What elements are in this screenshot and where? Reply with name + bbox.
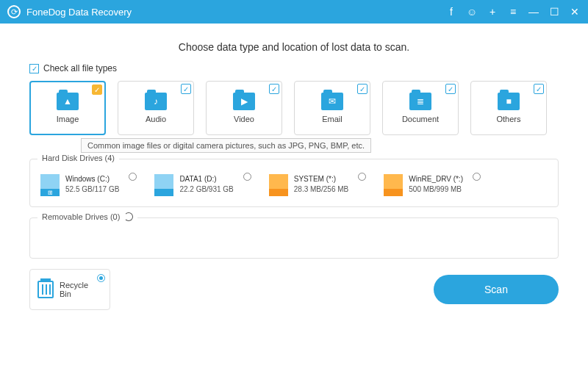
- type-label: Image: [57, 115, 79, 123]
- close-icon[interactable]: ✕: [569, 6, 581, 18]
- folder-icon: ■: [498, 93, 520, 110]
- drive-name: Windows (C:): [65, 174, 119, 184]
- drive-radio[interactable]: [473, 173, 481, 181]
- menu-icon[interactable]: ≡: [507, 6, 519, 18]
- drive-size: 52.5 GB/117 GB: [65, 184, 119, 195]
- removable-section: Removable Drives (0): [29, 217, 559, 259]
- hdd-drives: ⊞Windows (C:)52.5 GB/117 GBDATA1 (D:)22.…: [40, 168, 548, 196]
- type-checkbox[interactable]: ✓: [92, 84, 102, 95]
- type-card-audio[interactable]: ✓♪Audio: [118, 81, 194, 135]
- file-type-row: ✓▲Image✓♪Audio✓▶Video✓✉Email✓≣Document✓■…: [29, 81, 559, 135]
- refresh-icon[interactable]: [124, 212, 133, 221]
- drive-item[interactable]: DATA1 (D:)22.2 GB/931 GB: [154, 174, 233, 196]
- drive-item[interactable]: SYSTEM (*:)28.3 MB/256 MB: [269, 174, 348, 196]
- titlebar-controls: f ☺ + ≡ ― ☐ ✕: [445, 6, 581, 18]
- app-logo-icon: ⟳: [7, 5, 21, 18]
- type-checkbox[interactable]: ✓: [181, 84, 191, 94]
- folder-icon: ▲: [57, 93, 79, 110]
- type-checkbox[interactable]: ✓: [534, 84, 544, 94]
- hdd-section: Hard Disk Drives (4) ⊞Windows (C:)52.5 G…: [29, 159, 559, 207]
- page-heading: Choose data type and location of lost da…: [29, 41, 559, 53]
- type-checkbox[interactable]: ✓: [357, 84, 368, 94]
- removable-title: Removable Drives (0): [37, 212, 137, 221]
- type-card-document[interactable]: ✓≣Document: [382, 81, 459, 135]
- type-checkbox[interactable]: ✓: [269, 84, 279, 94]
- drive-size: 28.3 MB/256 MB: [294, 184, 348, 195]
- app-title: FoneDog Data Recovery: [26, 7, 445, 18]
- minimize-icon[interactable]: ―: [528, 6, 539, 18]
- add-icon[interactable]: +: [487, 6, 498, 18]
- type-label: Audio: [146, 115, 166, 123]
- recycle-bin-label: Recycle Bin: [60, 281, 102, 298]
- folder-icon: ▶: [233, 93, 255, 110]
- type-label: Video: [234, 115, 254, 123]
- recycle-bin-icon: [37, 281, 54, 298]
- type-card-others[interactable]: ✓■Others: [470, 81, 547, 135]
- type-label: Document: [402, 115, 439, 123]
- folder-icon: ✉: [321, 93, 343, 110]
- bottom-bar: Recycle Bin Scan: [0, 269, 588, 310]
- recycle-bin-card[interactable]: Recycle Bin: [29, 269, 110, 310]
- check-all-row[interactable]: ✓ Check all file types: [29, 63, 559, 73]
- type-card-image[interactable]: ✓▲Image: [29, 81, 106, 135]
- type-tooltip: Common image files or digital camera pic…: [81, 138, 371, 153]
- drive-item[interactable]: ⊞Windows (C:)52.5 GB/117 GB: [40, 174, 119, 196]
- folder-icon: ♪: [145, 93, 167, 110]
- feedback-icon[interactable]: ☺: [466, 6, 478, 18]
- main-content: Choose data type and location of lost da…: [0, 24, 588, 259]
- check-all-label: Check all file types: [43, 63, 117, 73]
- drive-name: DATA1 (D:): [179, 174, 233, 184]
- scan-button[interactable]: Scan: [434, 275, 559, 304]
- drive-item[interactable]: WinRE_DRV (*:)500 MB/999 MB: [384, 174, 463, 196]
- drive-icon: [269, 174, 288, 196]
- type-label: Others: [496, 115, 520, 123]
- recycle-bin-radio[interactable]: [97, 274, 105, 282]
- folder-icon: ≣: [409, 93, 431, 110]
- type-card-video[interactable]: ✓▶Video: [206, 81, 282, 135]
- drive-radio[interactable]: [129, 173, 137, 181]
- check-all-checkbox[interactable]: ✓: [29, 64, 39, 73]
- drive-size: 500 MB/999 MB: [409, 184, 463, 195]
- type-card-email[interactable]: ✓✉Email: [294, 81, 370, 135]
- facebook-icon[interactable]: f: [445, 6, 457, 18]
- maximize-icon[interactable]: ☐: [548, 6, 560, 18]
- drive-size: 22.2 GB/931 GB: [179, 184, 233, 195]
- drive-icon: ⊞: [40, 174, 60, 196]
- type-label: Email: [322, 115, 343, 123]
- hdd-title: Hard Disk Drives (4): [37, 154, 119, 162]
- drive-icon: [384, 174, 403, 196]
- drive-radio[interactable]: [358, 173, 366, 181]
- drive-icon: [154, 174, 173, 196]
- drive-radio[interactable]: [243, 173, 251, 181]
- type-checkbox[interactable]: ✓: [445, 84, 456, 94]
- titlebar: ⟳ FoneDog Data Recovery f ☺ + ≡ ― ☐ ✕: [0, 0, 588, 24]
- drive-name: WinRE_DRV (*:): [409, 174, 463, 184]
- drive-name: SYSTEM (*:): [294, 174, 348, 184]
